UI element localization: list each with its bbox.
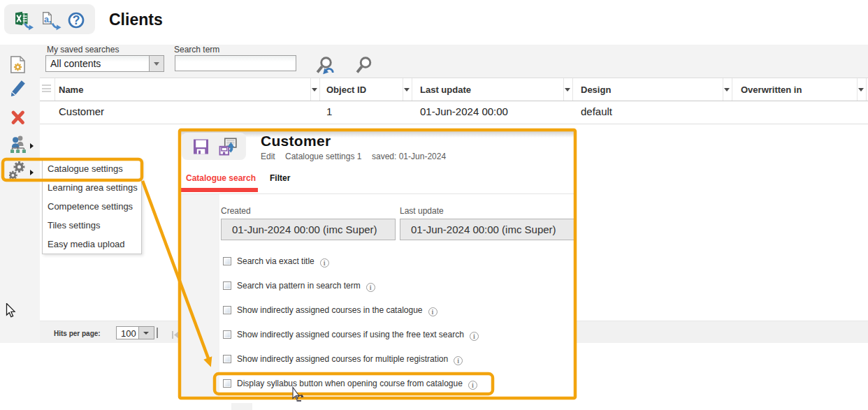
svg-text:a,: a, <box>44 15 51 24</box>
svg-text:?: ? <box>73 13 80 27</box>
